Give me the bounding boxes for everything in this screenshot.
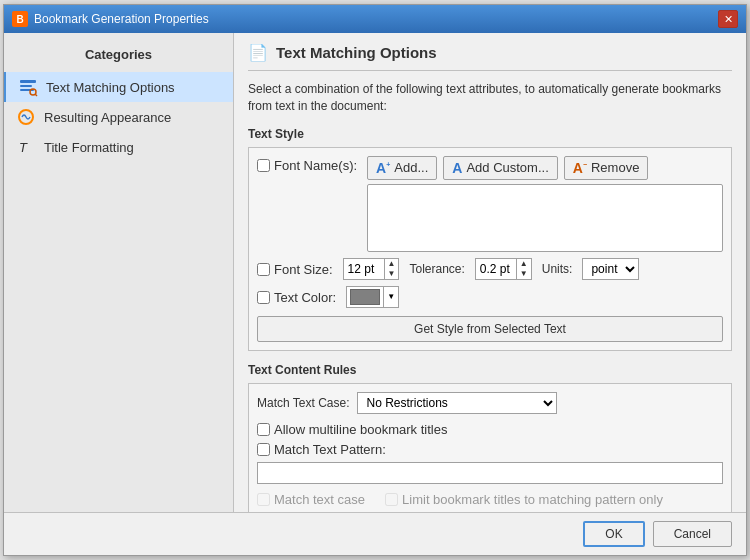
text-color-row: Text Color: ▼	[257, 286, 723, 308]
match-pattern-input[interactable]	[257, 462, 723, 484]
allow-multiline-checkbox[interactable]	[257, 423, 270, 436]
sidebar-label-resulting-appearance: Resulting Appearance	[44, 110, 171, 125]
tolerance-arrows: ▲ ▼	[516, 259, 531, 279]
text-color-checkbox[interactable]	[257, 291, 270, 304]
content-rules-section: Match Text Case: No Restrictions All Upp…	[248, 383, 732, 512]
app-icon: B	[12, 11, 28, 27]
sidebar-item-title-formatting[interactable]: T Title Formatting	[4, 132, 233, 162]
font-name-label-text: Font Name(s):	[274, 158, 357, 173]
match-text-pattern-checkbox-label[interactable]: Match Text Pattern:	[257, 442, 723, 457]
remove-font-button[interactable]: A− Remove	[564, 156, 649, 180]
font-buttons: A+ Add... A Add Custom... A− Remove	[367, 156, 723, 180]
match-text-case-bottom-label: Match text case	[257, 492, 365, 507]
limit-bookmark-checkbox	[385, 493, 398, 506]
add-custom-font-icon: A	[452, 160, 462, 176]
font-name-row: Font Name(s): A+ Add... A Add Custom...	[257, 156, 723, 252]
match-text-pattern-label-text: Match Text Pattern:	[274, 442, 386, 457]
add-custom-btn-label: Add Custom...	[466, 160, 548, 175]
sidebar-item-resulting-appearance[interactable]: Resulting Appearance	[4, 102, 233, 132]
panel-description: Select a combination of the following te…	[248, 81, 732, 115]
color-dropdown[interactable]: ▼	[346, 286, 399, 308]
tolerance-spinner: ▲ ▼	[475, 258, 532, 280]
tolerance-input[interactable]	[476, 259, 516, 279]
sidebar-header: Categories	[4, 41, 233, 72]
resulting-appearance-icon	[16, 107, 36, 127]
match-text-case-bottom-label-text: Match text case	[274, 492, 365, 507]
dialog-title: Bookmark Generation Properties	[34, 12, 209, 26]
allow-multiline-label-text: Allow multiline bookmark titles	[274, 422, 447, 437]
panel-header-title: Text Matching Options	[276, 44, 437, 61]
text-color-label-text: Text Color:	[274, 290, 336, 305]
sidebar: Categories Text Matching Options	[4, 33, 234, 512]
bottom-checkboxes: Match text case Limit bookmark titles to…	[257, 492, 723, 512]
units-label: Units:	[542, 262, 573, 276]
tolerance-label: Tolerance:	[409, 262, 464, 276]
font-size-row: Font Size: ▲ ▼ Tolerance: ▲	[257, 258, 723, 280]
tolerance-up-arrow[interactable]: ▲	[517, 259, 531, 269]
close-button[interactable]: ✕	[718, 10, 738, 28]
font-size-checkbox[interactable]	[257, 263, 270, 276]
font-size-label-text: Font Size:	[274, 262, 333, 277]
title-bar: B Bookmark Generation Properties ✕	[4, 5, 746, 33]
content-area: Categories Text Matching Options	[4, 33, 746, 512]
limit-bookmark-label: Limit bookmark titles to matching patter…	[385, 492, 663, 507]
sidebar-label-title-formatting: Title Formatting	[44, 140, 134, 155]
svg-rect-0	[20, 80, 36, 83]
match-text-case-select[interactable]: No Restrictions All Uppercase All Lowerc…	[357, 392, 557, 414]
limit-bookmark-label-text: Limit bookmark titles to matching patter…	[402, 492, 663, 507]
add-btn-label: Add...	[394, 160, 428, 175]
svg-line-4	[35, 94, 37, 96]
add-font-icon: A+	[376, 160, 390, 176]
text-matching-icon	[18, 77, 38, 97]
sidebar-item-text-matching[interactable]: Text Matching Options	[4, 72, 233, 102]
font-name-checkbox-label[interactable]: Font Name(s):	[257, 158, 357, 173]
content-rules-label: Text Content Rules	[248, 363, 732, 377]
color-arrow[interactable]: ▼	[383, 287, 398, 307]
font-size-arrows: ▲ ▼	[384, 259, 399, 279]
ok-button[interactable]: OK	[583, 521, 644, 547]
footer: OK Cancel	[4, 512, 746, 555]
svg-rect-1	[20, 85, 32, 87]
svg-text:T: T	[19, 140, 28, 155]
font-name-checkbox[interactable]	[257, 159, 270, 172]
match-text-case-bottom-checkbox	[257, 493, 270, 506]
title-bar-left: B Bookmark Generation Properties	[12, 11, 209, 27]
cancel-button[interactable]: Cancel	[653, 521, 732, 547]
text-style-label: Text Style	[248, 127, 732, 141]
font-size-down-arrow[interactable]: ▼	[385, 269, 399, 279]
text-style-section: Font Name(s): A+ Add... A Add Custom...	[248, 147, 732, 351]
text-color-checkbox-label[interactable]: Text Color:	[257, 290, 336, 305]
sidebar-label-text-matching: Text Matching Options	[46, 80, 175, 95]
match-text-case-label: Match Text Case:	[257, 396, 349, 410]
font-size-input[interactable]	[344, 259, 384, 279]
match-text-pattern-checkbox[interactable]	[257, 443, 270, 456]
units-select[interactable]: point pixel inch	[582, 258, 639, 280]
font-controls: A+ Add... A Add Custom... A− Remove	[367, 156, 723, 252]
add-custom-font-button[interactable]: A Add Custom...	[443, 156, 558, 180]
allow-multiline-checkbox-label[interactable]: Allow multiline bookmark titles	[257, 422, 723, 437]
panel-header-icon: 📄	[248, 43, 268, 62]
title-formatting-icon: T	[16, 137, 36, 157]
font-size-up-arrow[interactable]: ▲	[385, 259, 399, 269]
font-list-box[interactable]	[367, 184, 723, 252]
color-swatch	[350, 289, 380, 305]
panel-header: 📄 Text Matching Options	[248, 43, 732, 71]
add-font-button[interactable]: A+ Add...	[367, 156, 437, 180]
dialog-container: B Bookmark Generation Properties ✕ Categ…	[3, 4, 747, 556]
remove-font-icon: A−	[573, 160, 587, 176]
font-size-spinner: ▲ ▼	[343, 258, 400, 280]
font-size-checkbox-label[interactable]: Font Size:	[257, 262, 333, 277]
match-text-case-row: Match Text Case: No Restrictions All Upp…	[257, 392, 723, 414]
get-style-button[interactable]: Get Style from Selected Text	[257, 316, 723, 342]
tolerance-down-arrow[interactable]: ▼	[517, 269, 531, 279]
remove-btn-label: Remove	[591, 160, 639, 175]
main-panel: 📄 Text Matching Options Select a combina…	[234, 33, 746, 512]
